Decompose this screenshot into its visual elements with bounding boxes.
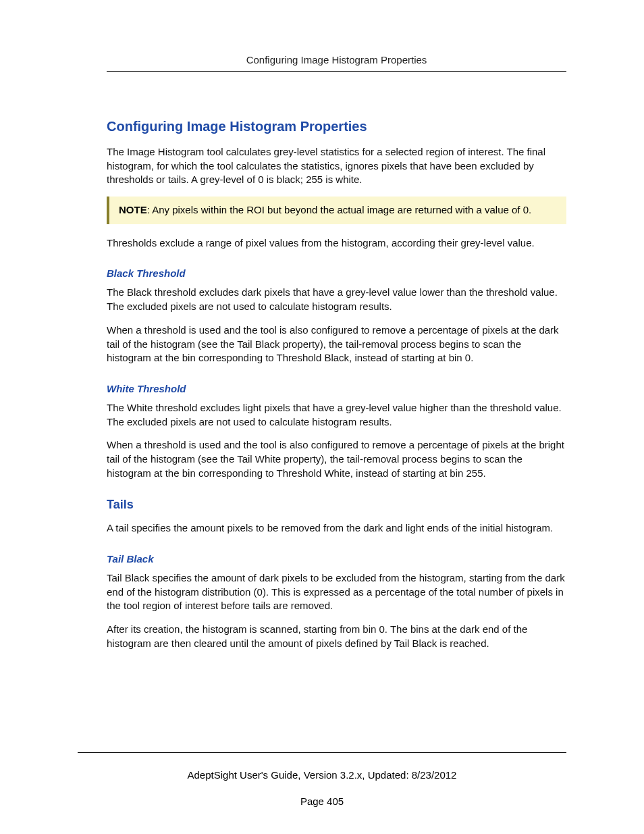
intro-paragraph: The Image Histogram tool calculates grey… <box>107 145 566 187</box>
thresholds-intro: Thresholds exclude a range of pixel valu… <box>107 236 566 251</box>
note-label: NOTE <box>119 204 147 215</box>
footer-guide-info: AdeptSight User's Guide, Version 3.2.x, … <box>78 769 566 781</box>
tail-black-p2: After its creation, the histogram is sca… <box>107 623 566 650</box>
heading-tail-black: Tail Black <box>107 553 566 565</box>
heading-tails: Tails <box>107 498 566 512</box>
footer-page-number: Page 405 <box>78 796 566 807</box>
heading-black-threshold: Black Threshold <box>107 267 566 279</box>
footer-rule <box>78 752 566 753</box>
footer: AdeptSight User's Guide, Version 3.2.x, … <box>78 752 566 807</box>
white-threshold-p1: The White threshold excludes light pixel… <box>107 401 566 429</box>
heading-main: Configuring Image Histogram Properties <box>107 119 566 134</box>
note-box: NOTE: Any pixels within the ROI but beyo… <box>107 197 566 224</box>
header-rule <box>107 71 566 72</box>
white-threshold-p2: When a threshold is used and the tool is… <box>107 438 566 480</box>
heading-white-threshold: White Threshold <box>107 383 566 394</box>
running-header: Configuring Image Histogram Properties <box>107 54 566 66</box>
black-threshold-p2: When a threshold is used and the tool is… <box>107 323 566 365</box>
note-text: : Any pixels within the ROI but beyond t… <box>147 204 532 215</box>
document-page: Configuring Image Histogram Properties C… <box>0 0 644 834</box>
tails-intro: A tail specifies the amount pixels to be… <box>107 521 566 536</box>
tail-black-p1: Tail Black specifies the amount of dark … <box>107 571 566 613</box>
black-threshold-p1: The Black threshold excludes dark pixels… <box>107 286 566 313</box>
